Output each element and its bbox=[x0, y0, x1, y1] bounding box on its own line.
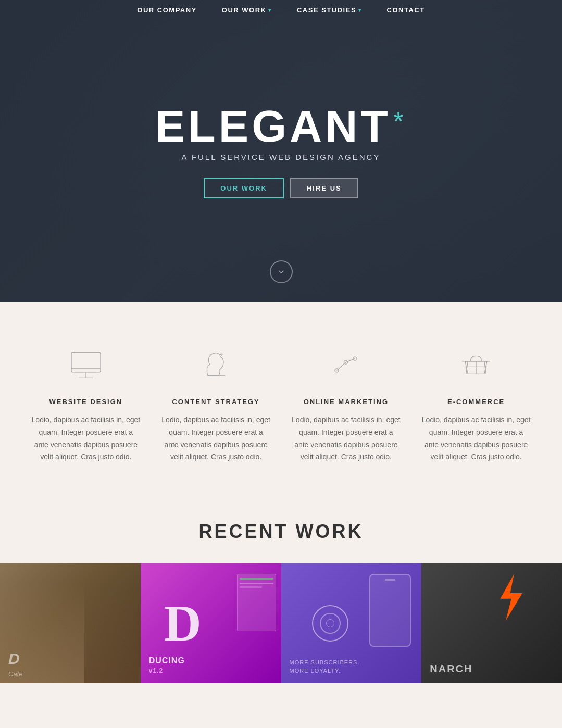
work-item-divi[interactable]: D DUCINGv1.2 bbox=[141, 563, 281, 683]
nav-our-company[interactable]: OUR COMPANY bbox=[137, 6, 196, 14]
work-divi-label: DUCINGv1.2 bbox=[149, 656, 185, 675]
service-ecommerce-title: E-COMMERCE bbox=[421, 398, 531, 406]
work-subscribers-phone bbox=[369, 574, 411, 647]
work-cafe-label: D bbox=[8, 650, 20, 668]
chess-knight-icon bbox=[195, 344, 237, 385]
svg-rect-0 bbox=[71, 352, 101, 372]
our-work-button[interactable]: OUR WORK bbox=[204, 178, 284, 198]
work-item-subscribers[interactable]: MORE SUBSCRIBERS.MORE LOYALTY. bbox=[281, 563, 422, 683]
hire-us-button[interactable]: HIRE US bbox=[290, 178, 358, 198]
work-subscribers-label: MORE SUBSCRIBERS.MORE LOYALTY. bbox=[290, 659, 360, 675]
work-grid: D Café D DUCINGv1.2 MORE SUBSCRIBERS.MOR… bbox=[0, 563, 562, 683]
service-website-design-desc: Lodio, dapibus ac facilisis in, eget qua… bbox=[31, 414, 141, 463]
hero-asterisk: * bbox=[393, 108, 407, 135]
service-content-strategy-desc: Lodio, dapibus ac facilisis in, eget qua… bbox=[161, 414, 271, 463]
service-website-design-title: WEBSITE DESIGN bbox=[31, 398, 141, 406]
service-content-strategy-title: CONTENT STRATEGY bbox=[161, 398, 271, 406]
services-section: WEBSITE DESIGN Lodio, dapibus ac facilis… bbox=[0, 302, 562, 495]
service-online-marketing-title: ONLINE MARKETING bbox=[292, 398, 401, 406]
hero-content: ELEGANT * A FULL SERVICE WEB DESIGN AGEN… bbox=[155, 104, 407, 198]
work-cafe-sublabel: Café bbox=[8, 670, 22, 678]
chevron-down-icon: ▾ bbox=[268, 7, 272, 13]
hero-subtitle: A FULL SERVICE WEB DESIGN AGENCY bbox=[155, 153, 407, 161]
chart-line-icon bbox=[325, 344, 367, 385]
work-item-monarch[interactable]: NARCH bbox=[421, 563, 562, 683]
service-ecommerce-desc: Lodio, dapibus ac facilisis in, eget qua… bbox=[421, 414, 531, 463]
hero-section: ELEGANT * A FULL SERVICE WEB DESIGN AGEN… bbox=[0, 0, 562, 302]
nav-contact[interactable]: CONTACT bbox=[387, 6, 425, 14]
recent-work-title: RECENT WORK bbox=[0, 521, 562, 543]
chevron-down-icon: ▾ bbox=[358, 7, 362, 13]
service-website-design: WEBSITE DESIGN Lodio, dapibus ac facilis… bbox=[21, 344, 151, 463]
svg-marker-12 bbox=[501, 574, 522, 621]
service-content-strategy: CONTENT STRATEGY Lodio, dapibus ac facil… bbox=[151, 344, 281, 463]
work-divi-d: D bbox=[164, 597, 202, 649]
scroll-down-button[interactable] bbox=[270, 260, 293, 283]
shopping-basket-icon bbox=[455, 344, 497, 385]
service-ecommerce: E-COMMERCE Lodio, dapibus ac facilisis i… bbox=[411, 344, 541, 463]
nav-case-studies[interactable]: CASE STUDIES ▾ bbox=[297, 6, 362, 14]
hero-buttons: OUR WORK HIRE US bbox=[155, 178, 407, 198]
recent-work-section: RECENT WORK D Café D DUCINGv1.2 bbox=[0, 495, 562, 683]
service-online-marketing: ONLINE MARKETING Lodio, dapibus ac facil… bbox=[281, 344, 411, 463]
service-online-marketing-desc: Lodio, dapibus ac facilisis in, eget qua… bbox=[292, 414, 401, 463]
main-navigation: OUR COMPANY OUR WORK ▾ CASE STUDIES ▾ CO… bbox=[0, 0, 562, 20]
work-item-cafe[interactable]: D Café bbox=[0, 563, 141, 683]
hero-title: ELEGANT * bbox=[155, 104, 407, 148]
monitor-icon bbox=[65, 344, 107, 385]
nav-our-work[interactable]: OUR WORK ▾ bbox=[222, 6, 272, 14]
work-monarch-label: NARCH bbox=[430, 663, 472, 675]
